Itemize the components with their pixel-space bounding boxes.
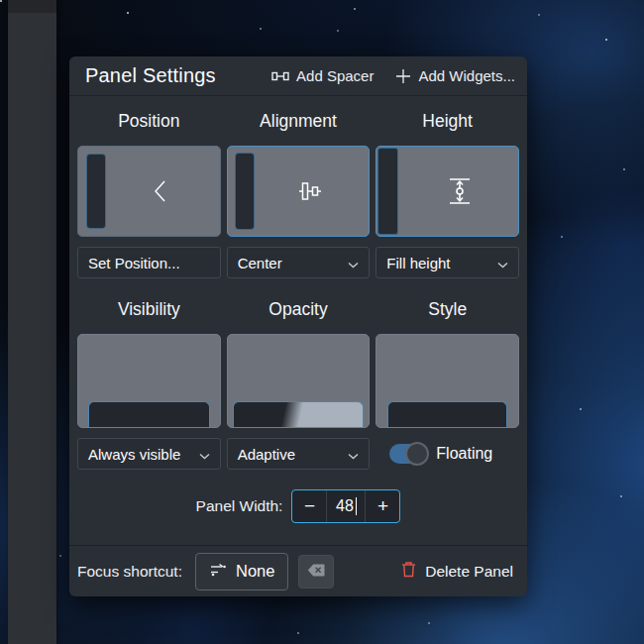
- alignment-preview[interactable]: [227, 146, 371, 237]
- chevron-left-icon: [102, 147, 220, 236]
- alignment-dropdown[interactable]: Center: [227, 247, 371, 278]
- decrement-button[interactable]: −: [292, 490, 326, 522]
- align-center-icon: [252, 147, 370, 236]
- floating-cell: Floating: [376, 438, 519, 470]
- opacity-preview-bar: [233, 401, 365, 427]
- set-position-button[interactable]: Set Position...: [77, 247, 221, 278]
- opacity-preview[interactable]: [227, 334, 371, 428]
- text-caret: [356, 497, 357, 515]
- header-actions: Add Spacer Add Widgets...: [271, 67, 515, 84]
- trash-icon: [401, 561, 416, 582]
- opacity-label: Opacity: [227, 284, 371, 334]
- alignment-label: Alignment: [227, 96, 371, 146]
- visibility-dropdown[interactable]: Always visible: [77, 438, 221, 470]
- add-widgets-label: Add Widgets...: [418, 67, 515, 84]
- increment-button[interactable]: +: [366, 490, 399, 522]
- position-preview[interactable]: [77, 146, 221, 237]
- dialog-content: Position Alignment Height: [69, 96, 527, 523]
- panel-width-number: 48: [336, 497, 354, 515]
- dialog-title: Panel Settings: [85, 64, 216, 87]
- backspace-icon: [307, 563, 325, 581]
- style-label: Style: [376, 284, 519, 334]
- chevron-down-icon: [348, 255, 359, 271]
- toggle-knob: [405, 442, 429, 466]
- chevron-down-icon: [497, 255, 508, 271]
- height-value: Fill height: [386, 255, 450, 271]
- chevron-down-icon: [348, 446, 359, 463]
- floating-label: Floating: [436, 445, 492, 463]
- height-preview-panel: [377, 148, 398, 235]
- panel-width-label: Panel Width:: [196, 497, 283, 515]
- wallpaper-stars: [0, 0, 2, 2]
- chevron-down-icon: [199, 446, 210, 463]
- style-preview-bar: [387, 401, 507, 427]
- add-spacer-button[interactable]: Add Spacer: [271, 67, 374, 84]
- opacity-dropdown[interactable]: Adaptive: [227, 438, 371, 470]
- style-preview[interactable]: [376, 334, 519, 428]
- floating-toggle[interactable]: [389, 444, 427, 464]
- opacity-value: Adaptive: [238, 446, 295, 463]
- add-widgets-button[interactable]: Add Widgets...: [395, 67, 515, 84]
- alignment-value: Center: [238, 255, 282, 271]
- focus-shortcut-button[interactable]: None: [195, 553, 288, 590]
- add-spacer-label: Add Spacer: [296, 67, 374, 84]
- panel-width-row: Panel Width: − 48 +: [77, 489, 519, 523]
- height-preview[interactable]: [376, 146, 519, 237]
- dialog-footer: Focus shortcut: None: [69, 545, 527, 596]
- visibility-preview-bar: [88, 401, 210, 427]
- panel-settings-dialog: Panel Settings Add Spacer: [69, 56, 527, 596]
- height-label: Height: [376, 96, 519, 146]
- spacer-icon: [271, 70, 289, 82]
- set-position-label: Set Position...: [88, 255, 180, 271]
- plus-icon: [395, 68, 411, 84]
- focus-shortcut-label: Focus shortcut:: [77, 563, 182, 581]
- dialog-header: Panel Settings Add Spacer: [69, 56, 527, 96]
- position-label: Position: [77, 96, 221, 146]
- fit-height-icon: [400, 147, 518, 236]
- panel-width-value[interactable]: 48: [326, 490, 366, 522]
- panel-top-widget: [8, 0, 56, 13]
- delete-panel-button[interactable]: Delete Panel: [401, 561, 513, 582]
- desktop-panel[interactable]: [8, 0, 56, 644]
- visibility-label: Visibility: [77, 284, 221, 334]
- visibility-preview[interactable]: [77, 334, 221, 428]
- shortcut-value: None: [236, 562, 274, 581]
- panel-width-spinbox[interactable]: − 48 +: [291, 489, 400, 523]
- shortcut-arrows-icon: [209, 562, 227, 582]
- visibility-value: Always visible: [88, 446, 180, 463]
- clear-shortcut-button[interactable]: [298, 555, 334, 589]
- height-dropdown[interactable]: Fill height: [376, 247, 519, 278]
- delete-panel-label: Delete Panel: [425, 563, 513, 581]
